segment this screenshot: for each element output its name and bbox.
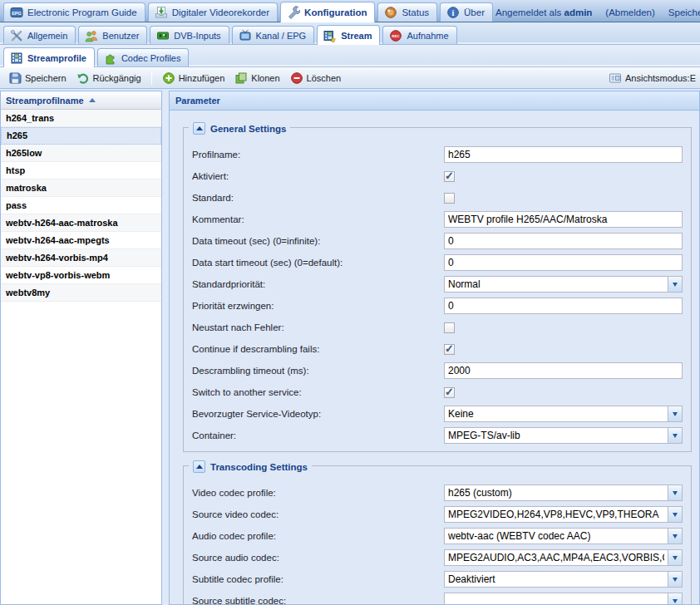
checkbox[interactable] [444, 171, 455, 182]
field-label: Standard: [192, 193, 444, 203]
combobox[interactable] [444, 506, 683, 523]
config-tab[interactable]: Benutzer [78, 26, 147, 44]
tab-label: Status [402, 7, 429, 17]
combobox[interactable] [444, 406, 683, 422]
collapse-button[interactable] [193, 122, 205, 135]
text-input[interactable] [444, 362, 683, 379]
combo-trigger-button[interactable] [668, 507, 682, 522]
profile-row[interactable]: webtv-h264-aac-matroska [1, 214, 161, 232]
profile-row[interactable]: h265low [1, 145, 161, 162]
combobox[interactable] [444, 427, 683, 444]
combo-trigger-button[interactable] [668, 428, 682, 443]
toolbar-button[interactable]: Klonen [230, 70, 283, 86]
profile-row[interactable]: webtv-h264-vorbis-mp4 [1, 249, 161, 267]
tab-label: Kanal / EPG [256, 31, 307, 41]
combo-input[interactable] [445, 277, 668, 292]
combobox[interactable] [444, 276, 683, 293]
main-tab[interactable]: Status [377, 2, 437, 22]
config-tab[interactable]: DVB-Inputs [150, 26, 229, 44]
text-input[interactable] [444, 146, 683, 163]
collapse-button[interactable] [193, 460, 205, 473]
combo-input[interactable] [445, 485, 668, 500]
main-tab[interactable]: Digitaler Videorekorder [148, 2, 278, 22]
checkbox[interactable] [444, 322, 455, 333]
form-field-row: Aktiviert: [192, 165, 683, 187]
stream-tab[interactable]: Streamprofile [3, 47, 95, 67]
stream-tab[interactable]: Codec Profiles [97, 48, 190, 66]
combo-input[interactable] [445, 593, 668, 604]
toolbar-button-label: Rückgängig [93, 73, 141, 83]
settings-fieldset: General Settings Profilname: Aktivie [183, 127, 692, 452]
view-mode-button[interactable]: Ansichtsmodus:E [609, 71, 696, 85]
svg-text:i: i [452, 8, 455, 17]
form-field-row: Bevorzugter Service-Videotyp: [192, 403, 683, 425]
toolbar-button[interactable]: Rückgängig [72, 70, 145, 86]
config-tab[interactable]: Allgemein [3, 26, 76, 44]
chevron-up-icon [196, 126, 203, 130]
combobox[interactable] [444, 528, 683, 544]
combo-trigger-button[interactable] [668, 406, 682, 421]
combo-trigger-button[interactable] [668, 485, 682, 500]
combo-input[interactable] [445, 550, 668, 565]
profile-row[interactable]: matroska [1, 180, 161, 197]
combo-input[interactable] [445, 529, 668, 544]
column-header-label: Streamprofilname [6, 96, 84, 106]
config-tab[interactable]: REC Aufnahme [382, 26, 456, 44]
text-input[interactable] [444, 298, 683, 314]
form-field-row: Source audio codec: [192, 547, 683, 568]
text-input[interactable] [444, 254, 683, 271]
combo-input[interactable] [445, 572, 668, 587]
tab-label: Über [464, 7, 485, 17]
dvb-icon [156, 29, 170, 42]
combo-trigger-button[interactable] [668, 593, 682, 604]
text-input[interactable] [444, 211, 683, 228]
combo-input[interactable] [445, 507, 668, 522]
checkbox[interactable] [444, 344, 455, 355]
parameter-panel: Parameter General Settings Profilname: [169, 91, 700, 605]
combo-trigger-button[interactable] [668, 572, 682, 587]
profile-row[interactable]: h264_trans [1, 110, 161, 127]
main-tab[interactable]: i Über [440, 2, 493, 22]
toolbar-button[interactable]: Löschen [286, 70, 346, 86]
view-mode-icon [609, 71, 622, 85]
profile-row[interactable]: htsp [1, 162, 161, 180]
combobox[interactable] [444, 549, 683, 566]
tab-label: Streamprofile [27, 53, 86, 63]
profile-row[interactable]: webtv-vp8-vorbis-webm [1, 267, 161, 284]
combo-trigger-button[interactable] [668, 550, 682, 565]
field-label: Neustart nach Fehler: [192, 322, 444, 332]
panel-splitter[interactable] [162, 91, 169, 605]
config-tab[interactable]: Stream [317, 25, 380, 45]
toolbar-button[interactable]: Speichern [4, 70, 71, 86]
combo-input[interactable] [445, 428, 668, 443]
logout-link[interactable]: (Abmelden) [605, 7, 654, 17]
field-label: Container: [192, 430, 444, 440]
profile-row[interactable]: webtv-h264-aac-mpegts [1, 232, 161, 249]
combobox[interactable] [444, 571, 683, 588]
main-tab[interactable]: Konfiguration [280, 2, 375, 22]
text-input[interactable] [444, 233, 683, 249]
main-tab[interactable]: EPG Electronic Program Guide [3, 2, 145, 22]
users-icon [85, 29, 98, 42]
svg-text:EPG: EPG [12, 11, 22, 16]
config-tab[interactable]: Kanal / EPG [232, 26, 315, 44]
combo-trigger-button[interactable] [668, 277, 682, 292]
rec-icon: REC [389, 29, 402, 42]
fieldset-title: Transcoding Settings [210, 462, 308, 472]
profile-row[interactable]: h265 [1, 127, 161, 145]
combobox[interactable] [444, 593, 683, 604]
checkbox[interactable] [444, 193, 455, 204]
combo-input[interactable] [445, 406, 668, 421]
tab-label: DVB-Inputs [174, 31, 220, 41]
profile-row[interactable]: webtv8my [1, 284, 161, 302]
profile-row[interactable]: pass [1, 197, 161, 214]
toolbar-button[interactable]: Hinzufügen [158, 70, 229, 86]
combo-trigger-button[interactable] [668, 529, 682, 544]
combobox[interactable] [444, 484, 683, 501]
film-icon [10, 52, 23, 65]
checkbox[interactable] [444, 387, 455, 398]
session-info: Angemeldet als admin (Abmelden) Speicher… [495, 7, 700, 17]
toolbar-button-label: Hinzufügen [179, 73, 225, 83]
column-header-streamprofilname[interactable]: Streamprofilname [1, 91, 161, 110]
field-label: Source audio codec: [192, 553, 444, 563]
